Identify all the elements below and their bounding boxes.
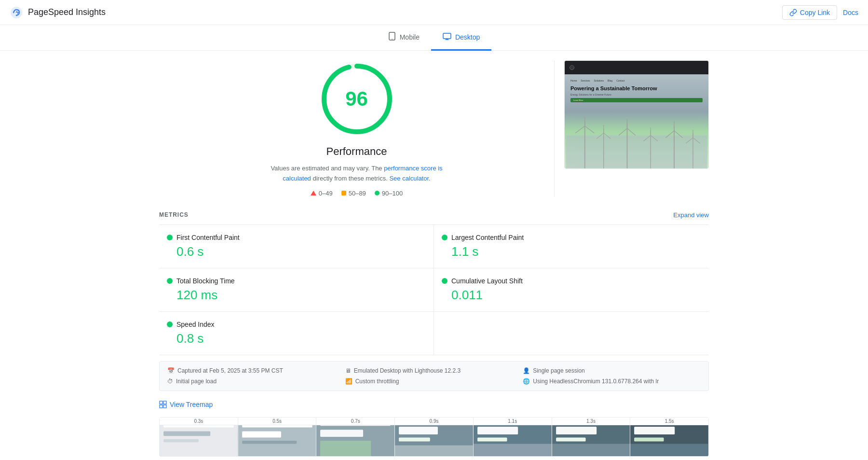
lcp-value: 1.1 s — [442, 244, 701, 259]
tabs-bar: Mobile Desktop — [0, 25, 868, 51]
svg-rect-50 — [399, 437, 430, 441]
fcp-dot — [167, 235, 173, 240]
svg-rect-49 — [399, 426, 438, 434]
desktop-icon — [443, 33, 451, 42]
fail-icon — [311, 191, 316, 195]
svg-rect-42 — [242, 441, 297, 444]
header-right: Copy Link Docs — [782, 5, 858, 20]
lcp-dot — [442, 235, 448, 240]
frame-preview-7 — [630, 425, 708, 456]
pagespeed-logo — [10, 6, 23, 19]
emulated-text: Emulated Desktop with Lighthouse 12.2.3 — [354, 367, 461, 374]
filmstrip: 0.3s 0.5s 0.7s — [159, 417, 709, 457]
svg-rect-56 — [474, 444, 552, 456]
site-headline: Powering a Sustainable Tomorrow — [570, 85, 703, 92]
link-icon — [789, 9, 797, 16]
tab-desktop-label: Desktop — [455, 33, 480, 41]
svg-rect-55 — [477, 437, 507, 441]
frame-timestamp-5: 1.1s — [474, 418, 552, 425]
svg-rect-65 — [634, 437, 664, 441]
see-calculator-link[interactable]: See calculator. — [389, 175, 430, 182]
score-note: Values are estimated and may vary. The p… — [265, 164, 448, 184]
metric-tbt: Total Blocking Time 120 ms — [159, 268, 434, 312]
frame-preview-2 — [238, 425, 316, 456]
frame-preview-3 — [316, 425, 394, 456]
throttle-text: Custom throttling — [355, 378, 399, 385]
header-left: PageSpeed Insights — [10, 6, 106, 19]
frame-img-6 — [552, 425, 630, 456]
info-session: 👤 Single page session — [523, 367, 701, 374]
copy-link-button[interactable]: Copy Link — [782, 5, 837, 20]
frame-preview-6 — [552, 425, 630, 456]
tab-mobile-label: Mobile — [400, 33, 420, 41]
svg-rect-60 — [556, 437, 585, 441]
svg-rect-34 — [163, 405, 166, 408]
svg-rect-31 — [160, 401, 163, 404]
frame-img-5 — [474, 425, 552, 456]
frame-timestamp-2: 0.5s — [238, 418, 316, 425]
score-legend: 0–49 50–89 90–100 — [311, 190, 403, 197]
info-load: ⏱ Initial page load — [167, 378, 345, 385]
good-icon — [375, 191, 380, 195]
filmstrip-frame-3: 0.7s — [316, 418, 395, 456]
svg-rect-37 — [163, 431, 210, 436]
captured-text: Captured at Feb 5, 2025 at 3:55 PM CST — [177, 367, 283, 374]
metric-lcp: Largest Contentful Paint 1.1 s — [434, 225, 709, 268]
legend-good: 90–100 — [375, 190, 403, 197]
load-text: Initial page load — [176, 378, 217, 385]
tab-mobile[interactable]: Mobile — [377, 25, 431, 51]
filmstrip-frame-7: 1.5s — [630, 418, 708, 456]
tbt-dot — [167, 278, 173, 284]
svg-rect-64 — [634, 426, 675, 434]
filmstrip-frame-1: 0.3s — [160, 418, 238, 456]
timer-icon: ⏱ — [167, 378, 173, 385]
legend-fail: 0–49 — [311, 190, 333, 197]
svg-rect-33 — [160, 405, 163, 408]
site-sub: Energy Solutions for a Greener Future — [570, 93, 703, 96]
expand-view-button[interactable]: Expand view — [673, 211, 709, 219]
svg-rect-61 — [552, 444, 630, 456]
frame-img-1 — [160, 425, 238, 456]
tab-desktop[interactable]: Desktop — [431, 25, 491, 51]
svg-line-18 — [627, 128, 636, 136]
site-nav: HomeServicesSolutionsBlogContact — [570, 79, 703, 82]
score-label: Performance — [326, 145, 387, 158]
browser-bar: ◎ — [565, 61, 708, 74]
cls-name: Cumulative Layout Shift — [451, 277, 523, 285]
cls-value: 0.011 — [442, 288, 701, 303]
metric-cls: Cumulative Layout Shift 0.011 — [434, 268, 709, 312]
svg-rect-36 — [163, 425, 234, 428]
svg-rect-38 — [163, 439, 199, 442]
score-left: 96 Performance Values are estimated and … — [159, 51, 554, 207]
metric-si: Speed Index 0.8 s — [159, 312, 434, 355]
screenshot-content: HomeServicesSolutionsBlogContact Powerin… — [565, 74, 708, 168]
score-note-middle: directly from these metrics. — [312, 175, 389, 182]
info-throttle: 📶 Custom throttling — [345, 378, 523, 385]
average-icon — [341, 191, 346, 195]
svg-rect-54 — [477, 426, 518, 434]
svg-rect-3 — [443, 33, 451, 39]
globe-icon: 🌐 — [523, 378, 530, 385]
tbt-value: 120 ms — [167, 288, 426, 303]
filmstrip-frame-2: 0.5s — [238, 418, 317, 456]
frame-preview-5 — [474, 425, 552, 456]
frame-timestamp-4: 0.9s — [395, 418, 473, 425]
svg-rect-46 — [321, 441, 371, 456]
fcp-name: First Contentful Paint — [176, 234, 240, 241]
info-captured: 📅 Captured at Feb 5, 2025 at 3:55 PM CST — [167, 367, 345, 374]
copy-link-label: Copy Link — [800, 9, 830, 16]
screenshot-area: ◎ HomeServicesSolutionsBlogContact Power… — [555, 51, 709, 179]
svg-rect-45 — [321, 430, 364, 437]
view-treemap-button[interactable]: View Treemap — [159, 397, 213, 412]
user-icon: 👤 — [523, 367, 530, 374]
legend-average: 50–89 — [341, 190, 366, 197]
metrics-grid: First Contentful Paint 0.6 s Largest Con… — [159, 225, 709, 355]
app-title: PageSpeed Insights — [28, 7, 106, 17]
svg-line-9 — [575, 126, 585, 133]
frame-preview — [160, 425, 238, 456]
frame-img-7 — [630, 425, 708, 456]
docs-link[interactable]: Docs — [843, 9, 858, 16]
svg-rect-44 — [321, 425, 391, 426]
si-dot — [167, 321, 173, 327]
desktop-emulate-icon: 🖥 — [345, 367, 351, 374]
